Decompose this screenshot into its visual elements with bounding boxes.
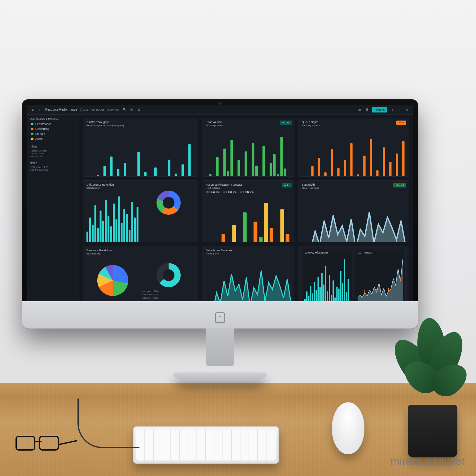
svg-rect-105 bbox=[131, 202, 133, 242]
chart-card-r2c3: Bandwidth MB/s · inbound Normal · in· ou… bbox=[298, 180, 409, 242]
card-title: Cluster Throughput bbox=[86, 121, 195, 124]
svg-rect-97 bbox=[110, 227, 112, 242]
card-subtitle: Distribution bbox=[86, 187, 195, 189]
svg-rect-93 bbox=[100, 211, 102, 242]
svg-rect-153 bbox=[388, 288, 389, 291]
donut-chart[interactable]: 64%used bbox=[156, 263, 181, 287]
svg-rect-77 bbox=[370, 139, 372, 177]
svg-rect-53 bbox=[280, 137, 283, 177]
bar-chart[interactable] bbox=[86, 191, 139, 242]
svg-rect-131 bbox=[314, 282, 315, 304]
card-title: Utilization & Retention bbox=[86, 183, 195, 186]
download-icon[interactable]: ⭳ bbox=[397, 107, 402, 112]
svg-rect-5 bbox=[104, 166, 106, 177]
sidebar-item-performance[interactable]: Performance bbox=[30, 121, 77, 126]
sub-card: GC Pauses bbox=[355, 249, 406, 306]
plant bbox=[395, 324, 464, 457]
keyboard bbox=[133, 426, 279, 464]
svg-rect-120 bbox=[270, 228, 273, 242]
card-title: Resource Breakdown bbox=[86, 249, 195, 252]
sidebar-note: CPU spike 14:20 bbox=[30, 166, 77, 169]
list-icon[interactable]: ☰ bbox=[364, 107, 369, 112]
svg-rect-75 bbox=[364, 156, 366, 177]
svg-rect-20 bbox=[154, 168, 157, 177]
chart-card-r1c2: Error Volume 5xx responses +1.0% 0004081… bbox=[202, 118, 294, 177]
chart-card-r2c2: Resource Allocation Forecast Next interv… bbox=[202, 180, 294, 242]
sidebar-item-alerts[interactable]: Alerts bbox=[30, 136, 77, 141]
svg-rect-38 bbox=[227, 171, 229, 177]
svg-rect-102 bbox=[123, 209, 125, 242]
svg-rect-73 bbox=[357, 174, 359, 177]
svg-rect-85 bbox=[396, 154, 398, 177]
monitor-chin bbox=[22, 301, 418, 328]
grid-icon[interactable]: ▦ bbox=[357, 107, 362, 112]
svg-rect-113 bbox=[232, 225, 236, 242]
share-icon[interactable]: ⇪ bbox=[390, 107, 395, 112]
card-subtitle: 5xx responses bbox=[205, 124, 291, 127]
bar-chart[interactable] bbox=[302, 129, 406, 177]
sub-card: Latency Histogram bbox=[302, 249, 352, 306]
status-badge: High bbox=[396, 121, 406, 125]
filter-icon[interactable]: ⛃ bbox=[129, 107, 134, 112]
chart-card-r2c1: Utilization & Retention Distribution 68%… bbox=[83, 180, 198, 242]
sidebar-filter[interactable]: Window: 24h bbox=[30, 155, 77, 158]
dot-icon bbox=[31, 138, 33, 140]
bar-chart[interactable] bbox=[205, 195, 291, 242]
status-badge: +1.0% bbox=[280, 121, 292, 125]
svg-rect-9 bbox=[117, 169, 120, 177]
sidebar-item-storage[interactable]: Storage bbox=[30, 131, 77, 136]
svg-rect-95 bbox=[105, 200, 107, 242]
svg-rect-139 bbox=[329, 275, 330, 304]
svg-rect-137 bbox=[325, 266, 326, 304]
svg-rect-96 bbox=[108, 216, 109, 242]
chart-card-r3c3: Latency Histogram GC Pauses bbox=[298, 246, 409, 308]
svg-rect-83 bbox=[390, 162, 392, 177]
svg-rect-63 bbox=[324, 172, 327, 177]
donut-center: 64%used bbox=[156, 263, 181, 287]
card-subtitle: Next interval bbox=[205, 187, 291, 189]
breadcrumb-sub: Cluster · all-nodes · overview bbox=[80, 108, 119, 111]
svg-rect-71 bbox=[350, 143, 353, 177]
calendar-icon[interactable]: 🗓 bbox=[137, 107, 142, 112]
metric-row: p50: 112 msp95: 318 msp99: 742 ms bbox=[205, 191, 291, 193]
svg-rect-151 bbox=[364, 290, 365, 293]
watermark: miramuseai.net bbox=[391, 455, 465, 467]
area-chart[interactable] bbox=[358, 256, 403, 304]
donut-chart[interactable]: 68%util bbox=[156, 191, 181, 215]
card-subtitle: Requests per second (sampled) bbox=[86, 124, 195, 127]
glasses bbox=[15, 436, 77, 454]
refresh-button[interactable]: Refresh bbox=[372, 107, 387, 112]
search-icon[interactable]: 🔍 bbox=[122, 107, 127, 112]
sidebar-item-networking[interactable]: Networking bbox=[30, 126, 77, 131]
pie-chart[interactable] bbox=[97, 265, 128, 296]
sidebar-filter[interactable]: Region: us-east bbox=[30, 149, 77, 152]
svg-rect-3 bbox=[97, 175, 99, 177]
cable bbox=[77, 399, 139, 448]
imac: B P Resource Performance Cluster · all-n… bbox=[22, 99, 418, 328]
card-subtitle: by category bbox=[86, 252, 195, 255]
svg-marker-124 bbox=[302, 212, 406, 242]
bar-chart[interactable] bbox=[86, 129, 195, 177]
area-chart[interactable] bbox=[302, 191, 406, 242]
chart-card-r1c1: Cluster Throughput Requests per second (… bbox=[83, 118, 198, 177]
svg-rect-52 bbox=[277, 174, 279, 177]
bar-chart[interactable] bbox=[304, 256, 350, 304]
sidebar-item-label: Performance bbox=[35, 122, 51, 126]
sidebar-filter[interactable]: Cluster: prod-01 bbox=[30, 152, 77, 155]
monitor-stand bbox=[186, 328, 254, 381]
breakdown-list: compute · 28%storage · 22%network · 18% bbox=[142, 290, 195, 299]
svg-rect-81 bbox=[383, 148, 385, 177]
bar-chart[interactable] bbox=[205, 129, 291, 177]
svg-rect-94 bbox=[102, 221, 104, 242]
svg-rect-54 bbox=[284, 169, 286, 177]
dot-icon bbox=[31, 128, 33, 130]
area-chart[interactable] bbox=[205, 257, 291, 308]
svg-rect-46 bbox=[255, 166, 258, 177]
sidebar-header: Dashboards & Reports bbox=[30, 117, 77, 120]
card-subtitle: Backlog events bbox=[302, 124, 406, 127]
svg-rect-7 bbox=[110, 156, 113, 177]
card-subtitle: Rolling 24h bbox=[205, 252, 291, 255]
svg-rect-65 bbox=[331, 149, 333, 177]
camera-icon bbox=[218, 102, 222, 105]
settings-icon[interactable]: ⚙ bbox=[405, 107, 410, 112]
